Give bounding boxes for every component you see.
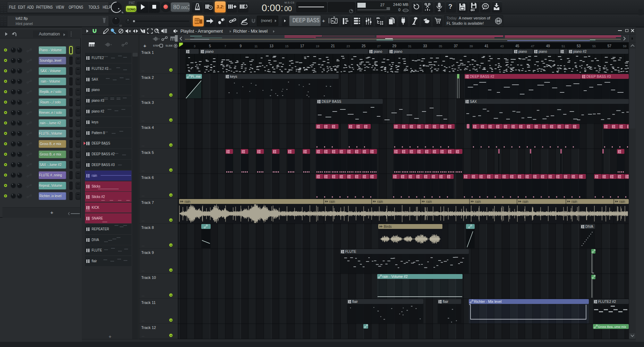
- svg-text:rain: rain: [377, 200, 383, 204]
- svg-text:Birds: Birds: [384, 225, 392, 229]
- svg-text:DEEP BASS #3: DEEP BASS #3: [586, 75, 611, 79]
- svg-text:flair: flair: [443, 300, 449, 304]
- svg-text:7: 7: [224, 44, 226, 48]
- svg-text:23: 23: [347, 44, 350, 48]
- svg-text:rain: rain: [329, 200, 335, 204]
- svg-text:13: 13: [270, 44, 274, 48]
- svg-text:33: 33: [423, 44, 427, 48]
- svg-text:rain: rain: [475, 200, 481, 204]
- svg-text:59: 59: [623, 44, 627, 48]
- svg-text:SAX: SAX: [470, 100, 477, 104]
- svg-text:47: 47: [531, 44, 534, 48]
- svg-text:43: 43: [500, 44, 503, 48]
- svg-text:9: 9: [240, 44, 242, 48]
- svg-text:15: 15: [285, 44, 288, 48]
- svg-text:35: 35: [439, 44, 442, 48]
- svg-text:rain: rain: [571, 200, 577, 204]
- svg-text:piano: piano: [394, 50, 402, 53]
- svg-text:FLUTE2 #2: FLUTE2 #2: [598, 300, 616, 304]
- svg-text:flair: flair: [352, 300, 358, 304]
- svg-text:11: 11: [254, 44, 257, 48]
- svg-text:DIVA: DIVA: [585, 225, 593, 229]
- svg-text:rain: rain: [619, 200, 625, 204]
- svg-text:Gross Bea..ume mix: Gross Bea..ume mix: [598, 325, 626, 329]
- svg-text:piano: piano: [518, 50, 527, 53]
- svg-text:5: 5: [209, 44, 211, 48]
- svg-text:41: 41: [485, 44, 489, 48]
- svg-text:49: 49: [546, 44, 550, 48]
- svg-text:piano: piano: [539, 50, 547, 53]
- svg-text:45: 45: [515, 44, 519, 48]
- svg-text:rain: rain: [426, 200, 432, 204]
- svg-text:31: 31: [408, 44, 412, 48]
- svg-text:keys: keys: [230, 75, 237, 79]
- svg-text:3: 3: [194, 44, 195, 48]
- svg-text:17: 17: [300, 44, 304, 48]
- svg-text:19: 19: [316, 44, 319, 48]
- svg-text:39: 39: [469, 44, 473, 48]
- svg-text:piano: piano: [374, 50, 382, 53]
- svg-text:DEEP BASS: DEEP BASS: [322, 100, 341, 104]
- svg-text:rain: rain: [523, 200, 528, 204]
- svg-text:21: 21: [331, 44, 335, 48]
- svg-text:55: 55: [592, 44, 596, 48]
- svg-text:piano #2: piano #2: [573, 50, 587, 53]
- svg-text:FLUTE: FLUTE: [345, 250, 356, 254]
- svg-text:rain - Volume #2: rain - Volume #2: [382, 275, 408, 279]
- svg-text:DEEP BASS #2: DEEP BASS #2: [470, 75, 494, 79]
- svg-text:Pi..me: Pi..me: [191, 75, 201, 79]
- svg-text:57: 57: [608, 44, 612, 48]
- svg-text:29: 29: [392, 44, 397, 48]
- svg-text:25: 25: [362, 44, 366, 48]
- svg-text:37: 37: [454, 44, 458, 48]
- svg-text:Richter - Mix level: Richter - Mix level: [474, 300, 501, 304]
- svg-text:53: 53: [577, 44, 581, 48]
- svg-text:27: 27: [377, 44, 381, 48]
- svg-text:piano: piano: [205, 50, 214, 53]
- svg-text:51: 51: [561, 44, 565, 48]
- svg-text:rain: rain: [185, 200, 190, 204]
